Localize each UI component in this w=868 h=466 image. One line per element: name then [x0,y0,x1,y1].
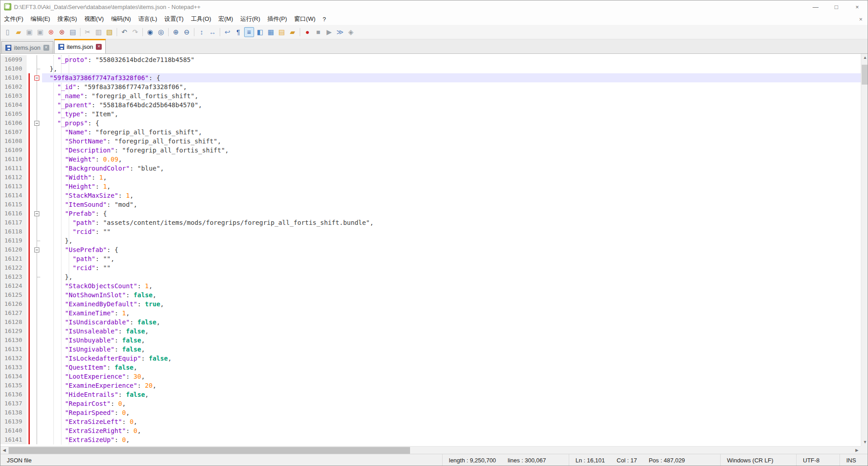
code-line-16107[interactable]: 16107 "Name": "foregrip_all_fortis_shift… [0,128,861,137]
fold-margin[interactable] [32,73,42,82]
macro-run-multiple-icon[interactable]: ≫ [335,27,345,37]
sync-horizontal-icon[interactable]: ↔ [208,27,217,37]
undo-icon[interactable]: ↶ [119,27,129,37]
code-line-16123[interactable]: 16123 }, [0,272,861,281]
code-line-16137[interactable]: 16137 "RepairCost": 0, [0,399,861,408]
code-line-16131[interactable]: 16131 "IsUngivable": false, [0,345,861,354]
code-line-16112[interactable]: 16112 "Width": 1, [0,173,861,182]
code-line-16141[interactable]: 16141 "ExtraSizeUp": 0, [0,435,861,444]
show-indent-guide-icon[interactable]: ≡ [244,27,254,37]
status-encoding[interactable]: UTF-8 [796,454,840,466]
code-line-16113[interactable]: 16113 "Height": 1, [0,182,861,191]
tab-close-icon[interactable]: × [96,44,102,50]
find-icon[interactable]: ◉ [145,27,155,37]
code-line-16099[interactable]: 16099 "_proto": "558032614bdc2de7118b458… [0,55,861,64]
code-line-16125[interactable]: 16125 "NotShownInSlot": false, [0,290,861,300]
menu-item-0[interactable]: 文件(F) [0,13,27,25]
menu-item-9[interactable]: 运行(R) [236,13,264,25]
code-line-16130[interactable]: 16130 "IsUnbuyable": false, [0,336,861,345]
code-area[interactable]: 16099 "_proto": "558032614bdc2de7118b458… [0,54,861,446]
show-all-characters-icon[interactable]: ¶ [233,27,243,37]
menu-item-10[interactable]: 插件(P) [264,13,291,25]
menu-item-11[interactable]: 窗口(W) [291,13,319,25]
scroll-down-arrow-icon[interactable]: ▼ [861,438,868,446]
vertical-scrollbar[interactable]: ▲ ▼ [861,54,868,446]
close-all-icon[interactable]: ⊗ [57,27,67,37]
close-file-icon[interactable]: ⊗ [46,27,56,37]
code-line-16140[interactable]: 16140 "ExtraSizeRight": 0, [0,426,861,435]
menu-item-12[interactable]: ? [319,13,330,25]
paste-icon[interactable]: ▧ [104,27,114,37]
code-line-16103[interactable]: 16103 "_name": "foregrip_all_fortis_shif… [0,91,861,100]
code-line-16111[interactable]: 16111 "BackgroundColor": "blue", [0,164,861,173]
word-wrap-icon[interactable]: ↩ [222,27,232,37]
function-list-icon[interactable]: ◧ [255,27,265,37]
code-line-16132[interactable]: 16132 "IsLockedafterEquip": false, [0,354,861,363]
tab-close-icon[interactable]: × [43,45,49,51]
print-icon[interactable]: ▤ [68,27,78,37]
code-line-16126[interactable]: 16126 "ExaminedByDefault": true, [0,300,861,309]
code-line-16119[interactable]: 16119 }, [0,236,861,245]
horizontal-scroll-thumb[interactable] [9,447,410,454]
code-line-16129[interactable]: 16129 "IsUnsaleable": false, [0,327,861,336]
fold-collapse-icon[interactable] [34,76,39,81]
menu-item-3[interactable]: 视图(V) [80,13,107,25]
status-eol-format[interactable]: Windows (CR LF) [720,454,796,466]
fold-margin[interactable] [32,245,42,254]
code-line-16100[interactable]: 16100 }, [0,64,861,73]
scroll-up-arrow-icon[interactable]: ▲ [861,54,868,62]
document-list-icon[interactable]: ▤ [277,27,287,37]
menu-item-8[interactable]: 宏(M) [215,13,237,25]
fold-collapse-icon[interactable] [34,121,39,126]
tab-0[interactable]: items.json× [1,41,53,53]
menu-item-7[interactable]: 工具(O) [187,13,215,25]
open-folder-icon[interactable]: ▰ [14,27,24,37]
menu-item-1[interactable]: 编辑(E) [27,13,54,25]
menu-item-2[interactable]: 搜索(S) [54,13,80,25]
fold-margin[interactable] [32,119,42,128]
code-line-16108[interactable]: 16108 "ShortName": "foregrip_all_fortis_… [0,137,861,146]
new-file-icon[interactable]: ▯ [3,27,13,37]
code-line-16134[interactable]: 16134 "LootExperience": 30, [0,372,861,381]
macro-record-icon[interactable]: ● [302,27,312,37]
code-line-16128[interactable]: 16128 "IsUndiscardable": false, [0,318,861,327]
code-line-16122[interactable]: 16122 "rcid": "" [0,263,861,272]
code-line-16133[interactable]: 16133 "QuestItem": false, [0,363,861,372]
menu-item-5[interactable]: 语言(L) [135,13,161,25]
code-line-16110[interactable]: 16110 "Weight": 0.09, [0,155,861,164]
replace-icon[interactable]: ◎ [156,27,166,37]
maximize-button[interactable]: □ [826,0,847,13]
code-line-16117[interactable]: 16117 "path": "assets/content/items/mods… [0,218,861,227]
code-line-16138[interactable]: 16138 "RepairSpeed": 0, [0,408,861,417]
scroll-left-arrow-icon[interactable]: ◀ [0,447,8,454]
tab-1-active[interactable]: items.json× [54,39,106,53]
zoom-out-icon[interactable]: ⊖ [182,27,192,37]
close-document-icon[interactable]: × [854,16,868,23]
code-line-16101[interactable]: 16101 "59f8a37386f7747af3328f06": { [0,73,861,82]
sync-vertical-icon[interactable]: ↕ [197,27,207,37]
code-line-16124[interactable]: 16124 "StackObjectsCount": 1, [0,281,861,290]
code-line-16139[interactable]: 16139 "ExtraSizeLeft": 0, [0,417,861,426]
status-insert-mode[interactable]: INS [840,454,868,466]
zoom-in-icon[interactable]: ⊕ [171,27,181,37]
document-map-icon[interactable]: ▦ [266,27,276,37]
horizontal-scrollbar[interactable]: ◀ ▶ [0,446,861,454]
code-line-16105[interactable]: 16105 "_type": "Item", [0,109,861,119]
code-line-16102[interactable]: 16102 "_id": "59f8a37386f7747af3328f06", [0,82,861,91]
code-line-16116[interactable]: 16116 "Prefab": { [0,209,861,218]
menu-item-4[interactable]: 编码(N) [108,13,135,25]
fold-collapse-icon[interactable] [34,211,39,216]
code-line-16118[interactable]: 16118 "rcid": "" [0,227,861,236]
code-line-16135[interactable]: 16135 "ExamineExperience": 20, [0,381,861,390]
code-line-16121[interactable]: 16121 "path": "", [0,254,861,263]
code-line-16120[interactable]: 16120 "UsePrefab": { [0,245,861,254]
code-line-16136[interactable]: 16136 "HideEntrails": false, [0,390,861,399]
code-line-16106[interactable]: 16106 "_props": { [0,119,861,128]
folder-as-workspace-icon[interactable]: ▰ [288,27,297,37]
close-button[interactable]: × [847,0,868,13]
scroll-right-arrow-icon[interactable]: ▶ [853,447,861,454]
code-line-16127[interactable]: 16127 "ExamineTime": 1, [0,309,861,318]
code-line-16114[interactable]: 16114 "StackMaxSize": 1, [0,191,861,200]
code-line-16115[interactable]: 16115 "ItemSound": "mod", [0,200,861,209]
menu-item-6[interactable]: 设置(T) [161,13,188,25]
